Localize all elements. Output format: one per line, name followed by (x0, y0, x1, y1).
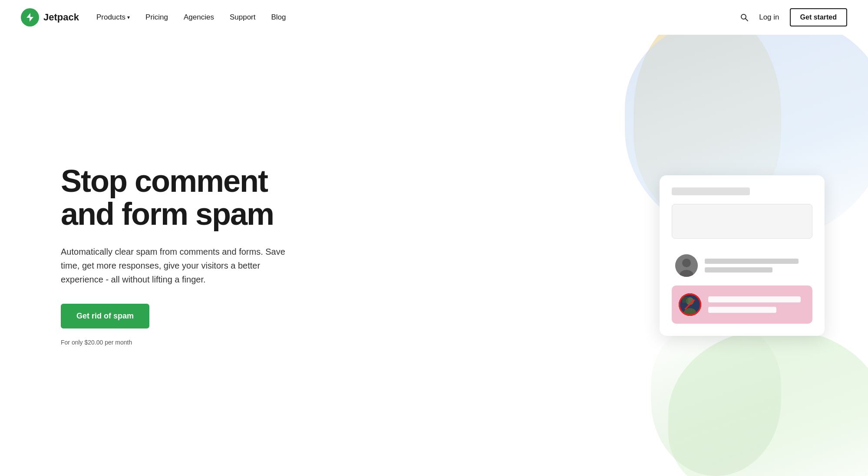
comment-card (660, 175, 825, 336)
comment-line-2 (705, 267, 772, 272)
search-button[interactable] (740, 13, 749, 22)
cta-area: Get rid of spam For only $20.00 per mont… (61, 304, 321, 346)
login-link[interactable]: Log in (759, 13, 779, 22)
normal-comment-lines (705, 259, 809, 272)
hero-section: Stop comment and form spam Automatically… (0, 35, 868, 476)
bg-shape-green2 (651, 324, 781, 476)
normal-comment-item (672, 251, 812, 280)
logo-icon (21, 8, 39, 26)
hero-description: Automatically clear spam from comments a… (61, 245, 287, 286)
nav-item-products[interactable]: Products (96, 13, 130, 22)
comment-line-1 (705, 259, 799, 264)
normal-avatar-image (675, 254, 698, 277)
navbar: Jetpack Products Pricing Agencies Suppor… (0, 0, 868, 35)
nav-products-link[interactable]: Products (96, 13, 130, 22)
hero-content: Stop comment and form spam Automatically… (61, 165, 321, 345)
hero-illustration (660, 175, 842, 336)
nav-blog-link[interactable]: Blog (271, 13, 286, 22)
nav-item-agencies[interactable]: Agencies (184, 13, 214, 22)
svg-point-4 (682, 259, 691, 267)
spam-comment-lines (708, 296, 805, 313)
nav-agencies-link[interactable]: Agencies (184, 13, 214, 22)
svg-marker-0 (26, 13, 33, 22)
card-top-bar (672, 187, 750, 195)
logo-link[interactable]: Jetpack (21, 8, 79, 26)
spam-comment-item (672, 286, 812, 324)
nav-item-blog[interactable]: Blog (271, 13, 286, 22)
spam-line-2 (708, 307, 776, 313)
get-started-button[interactable]: Get started (790, 8, 847, 26)
lightning-icon (25, 12, 35, 23)
nav-support-link[interactable]: Support (230, 13, 256, 22)
card-content-box (672, 204, 812, 239)
normal-avatar (675, 254, 698, 277)
nav-item-pricing[interactable]: Pricing (145, 13, 168, 22)
nav-links: Products Pricing Agencies Support Blog (96, 13, 286, 22)
nav-pricing-link[interactable]: Pricing (145, 13, 168, 22)
search-icon (740, 13, 749, 22)
spam-line-1 (708, 296, 801, 302)
nav-right: Log in Get started (740, 8, 847, 26)
cta-button[interactable]: Get rid of spam (61, 304, 149, 328)
spam-avatar (679, 293, 701, 316)
logo-text: Jetpack (43, 12, 79, 23)
spam-no-symbol (679, 293, 701, 316)
price-note: For only $20.00 per month (61, 339, 321, 346)
svg-line-2 (746, 19, 748, 21)
nav-item-support[interactable]: Support (230, 13, 256, 22)
hero-title: Stop comment and form spam (61, 165, 321, 230)
